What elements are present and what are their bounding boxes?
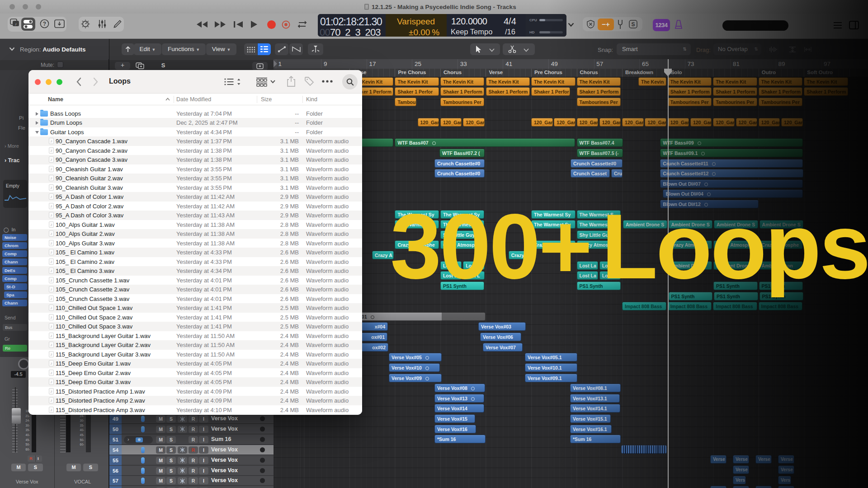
svg-text:S: S xyxy=(631,21,635,28)
svg-text:♪: ♪ xyxy=(15,22,17,26)
svg-text:?: ? xyxy=(43,21,46,27)
